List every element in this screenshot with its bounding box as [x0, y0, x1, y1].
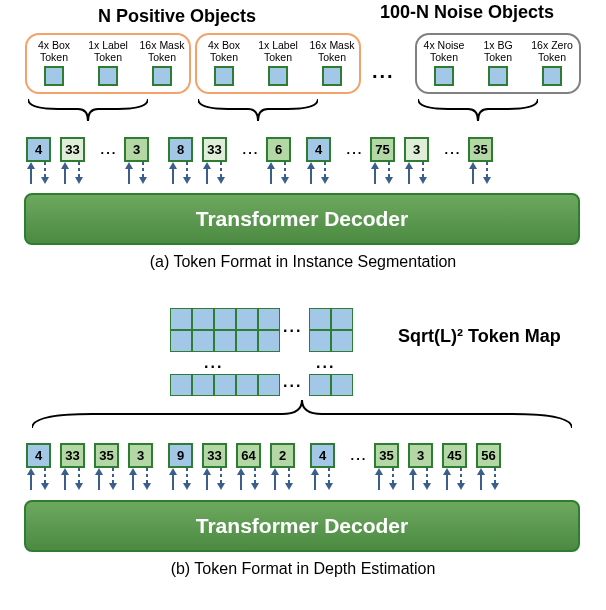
arrow-down-icon	[39, 162, 51, 184]
svg-marker-87	[457, 483, 465, 490]
ellipsis: ...	[283, 373, 302, 391]
svg-marker-89	[477, 468, 485, 475]
token-cell: 35	[468, 137, 493, 162]
noise-col: 1x BGToken	[475, 39, 521, 86]
arrow-down-icon	[137, 162, 149, 184]
arrow-down-icon	[383, 162, 395, 184]
svg-marker-83	[423, 483, 431, 490]
token-cell: 33	[202, 137, 227, 162]
svg-marker-91	[491, 483, 499, 490]
svg-marker-77	[375, 468, 383, 475]
token-map-row	[309, 374, 353, 396]
token-cell: 6	[266, 137, 291, 162]
token-cell: 3	[408, 443, 433, 468]
svg-marker-73	[311, 468, 319, 475]
transformer-decoder-b: Transformer Decoder	[24, 500, 580, 552]
arrow-up-icon	[269, 468, 281, 490]
arrow-down-icon	[417, 162, 429, 184]
arrow-down-icon	[73, 162, 85, 184]
arrow-down-icon	[107, 468, 119, 490]
token-cell: 4	[306, 137, 331, 162]
noise-col: 4x NoiseToken	[421, 39, 467, 86]
token-box-icon	[152, 66, 172, 86]
token-cell: 8	[168, 137, 193, 162]
token-map-row	[170, 308, 280, 330]
svg-marker-57	[169, 468, 177, 475]
svg-marker-65	[237, 468, 245, 475]
svg-marker-33	[405, 162, 413, 169]
ellipsis: ...	[236, 137, 266, 162]
svg-marker-5	[61, 162, 69, 169]
svg-marker-47	[75, 483, 83, 490]
arrow-up-icon	[407, 468, 419, 490]
svg-marker-31	[385, 177, 393, 184]
svg-marker-79	[389, 483, 397, 490]
arrow-up-icon	[475, 468, 487, 490]
ellipsis: ...	[438, 137, 468, 162]
svg-marker-85	[443, 468, 451, 475]
arrow-up-icon	[123, 162, 135, 184]
arrow-up-icon	[201, 468, 213, 490]
pos-col: 16x MaskToken	[139, 39, 185, 86]
ellipsis: ...	[316, 354, 335, 372]
token-cell: 64	[236, 443, 261, 468]
transformer-decoder-a: Transformer Decoder	[24, 193, 580, 245]
pos-col: 1x LabelToken	[85, 39, 131, 86]
token-cell: 56	[476, 443, 501, 468]
token-cell: 45	[442, 443, 467, 468]
token-cell: 3	[124, 137, 149, 162]
arrow-down-icon	[39, 468, 51, 490]
svg-marker-35	[419, 177, 427, 184]
arrow-down-icon	[249, 468, 261, 490]
arrow-up-icon	[373, 468, 385, 490]
token-box-icon	[98, 66, 118, 86]
arrow-up-icon	[467, 162, 479, 184]
svg-marker-53	[129, 468, 137, 475]
arrow-down-icon	[181, 468, 193, 490]
brace-up-icon	[32, 398, 572, 436]
token-cell: 9	[168, 443, 193, 468]
svg-marker-59	[183, 483, 191, 490]
ellipsis: ...	[204, 354, 223, 372]
ellipsis: ...	[94, 137, 124, 162]
svg-marker-63	[217, 483, 225, 490]
arrow-down-icon	[455, 468, 467, 490]
ellipsis: ...	[372, 60, 395, 83]
svg-marker-19	[217, 177, 225, 184]
token-cell: 75	[370, 137, 395, 162]
token-cell: 4	[310, 443, 335, 468]
token-cell: 4	[26, 443, 51, 468]
svg-marker-11	[139, 177, 147, 184]
arrow-down-icon	[73, 468, 85, 490]
token-box-icon	[322, 66, 342, 86]
token-map-row	[170, 330, 280, 352]
arrow-down-icon	[489, 468, 501, 490]
ellipsis: ...	[344, 443, 374, 468]
ellipsis: ...	[283, 318, 302, 336]
arrow-up-icon	[235, 468, 247, 490]
svg-marker-67	[251, 483, 259, 490]
token-cell: 35	[94, 443, 119, 468]
svg-marker-39	[483, 177, 491, 184]
svg-marker-17	[203, 162, 211, 169]
arrow-down-icon	[319, 162, 331, 184]
pos-col: 4x BoxToken	[31, 39, 77, 86]
token-map-row	[170, 374, 280, 396]
arrow-up-icon	[309, 468, 321, 490]
svg-marker-45	[61, 468, 69, 475]
brace-down-icon	[198, 97, 318, 129]
arrow-up-icon	[441, 468, 453, 490]
positive-group-1: 4x BoxToken 1x LabelToken 16x MaskToken	[25, 33, 191, 94]
arrow-down-icon	[283, 468, 295, 490]
arrow-up-icon	[25, 468, 37, 490]
token-cell: 33	[60, 137, 85, 162]
svg-marker-51	[109, 483, 117, 490]
svg-marker-81	[409, 468, 417, 475]
arrow-down-icon	[421, 468, 433, 490]
token-cell: 3	[128, 443, 153, 468]
svg-marker-75	[325, 483, 333, 490]
svg-marker-13	[169, 162, 177, 169]
arrow-up-icon	[59, 468, 71, 490]
svg-marker-37	[469, 162, 477, 169]
arrow-down-icon	[215, 468, 227, 490]
